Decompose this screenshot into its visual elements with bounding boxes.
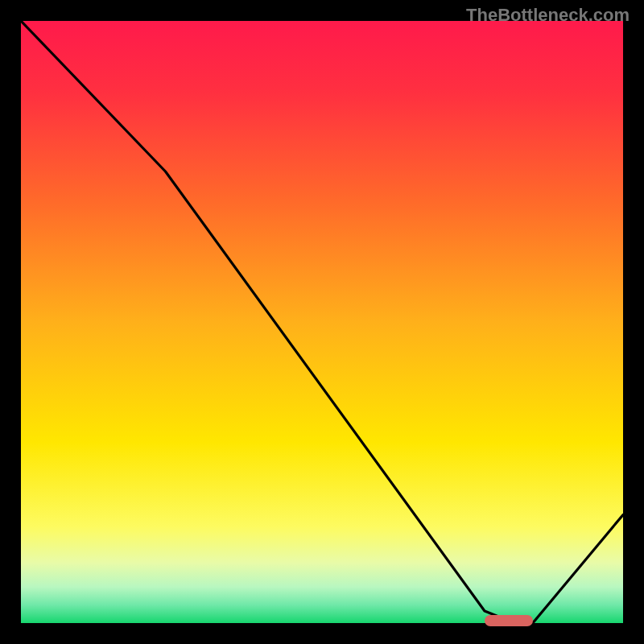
watermark-text: TheBottleneck.com	[466, 5, 630, 26]
optimal-range-marker	[485, 615, 533, 626]
bottleneck-curve	[21, 21, 623, 623]
chart-frame	[21, 21, 623, 623]
